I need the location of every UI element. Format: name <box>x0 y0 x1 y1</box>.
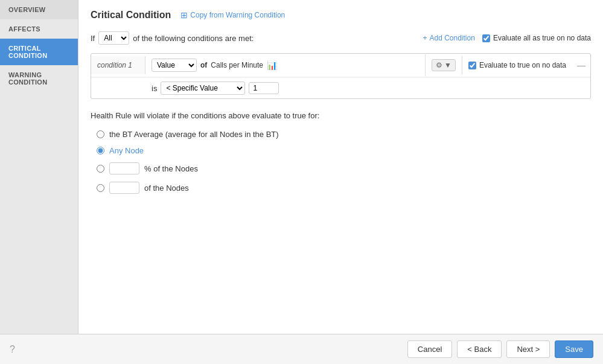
chart-icon: 📊 <box>267 60 277 70</box>
health-rule-section: Health Rule will violate if the conditio… <box>91 111 591 194</box>
condition-options: ⚙ ▼ <box>425 54 462 76</box>
evaluate-true-cell: Evaluate to true on no data <box>462 56 572 74</box>
help-icon[interactable]: ? <box>10 344 15 355</box>
condition-bar: If All Any of the following conditions a… <box>91 31 591 45</box>
pct-nodes-input[interactable] <box>109 162 139 174</box>
page-title: Critical Condition <box>91 10 171 21</box>
condition-sub-row: is < Specific Value > Specific Value = S… <box>91 77 590 98</box>
comparator-select[interactable]: < Specific Value > Specific Value = Spec… <box>161 81 245 95</box>
radio-any-node: Any Node <box>97 146 591 155</box>
add-condition-button[interactable]: + Add Condition <box>423 34 474 42</box>
sidebar-item-warning-condition[interactable]: WARNING CONDITION <box>0 65 78 92</box>
radio-group: the BT Average (average for all Nodes in… <box>97 130 591 194</box>
back-button[interactable]: < Back <box>457 340 502 358</box>
radio-bt-average-label: the BT Average (average for all Nodes in… <box>109 130 279 139</box>
all-select[interactable]: All Any <box>98 31 129 45</box>
condition-type-select[interactable]: Value Average Sum <box>152 59 197 72</box>
sidebar-item-overview[interactable]: OVERVIEW <box>0 0 78 19</box>
add-icon: + <box>423 34 427 42</box>
sidebar-item-critical-condition[interactable]: CRITICAL CONDITION <box>0 39 78 65</box>
evaluate-true-text: Evaluate to true on no data <box>479 61 566 69</box>
footer: ? Cancel < Back Next > Save <box>0 334 603 364</box>
copy-link-label: Copy from Warning Condition <box>190 11 285 19</box>
condition-main: Value Average Sum of Calls per Minute 📊 <box>145 54 425 77</box>
radio-bt-average: the BT Average (average for all Nodes in… <box>97 130 591 139</box>
evaluate-all-label: Evaluate all as true on no data <box>482 34 591 42</box>
condition-label: condition 1 <box>91 56 145 74</box>
radio-any-node-label: Any Node <box>109 146 144 155</box>
condition-row-1: condition 1 Value Average Sum of Calls p… <box>91 54 590 98</box>
evaluate-true-label: Evaluate to true on no data <box>468 61 566 69</box>
evaluate-all-checkbox[interactable] <box>482 34 490 42</box>
copy-from-link[interactable]: ⊞ Copy from Warning Condition <box>180 10 285 20</box>
gear-button[interactable]: ⚙ ▼ <box>432 59 456 71</box>
health-rule-desc: Health Rule will violate if the conditio… <box>91 111 591 120</box>
condition-right: + Add Condition Evaluate all as true on … <box>423 34 591 42</box>
is-label: is <box>152 84 157 93</box>
evaluate-all-text: Evaluate all as true on no data <box>493 34 591 42</box>
of-conditions-label: of the following conditions are met: <box>133 34 254 43</box>
if-label: If <box>91 34 95 43</box>
radio-bt-average-input[interactable] <box>97 130 104 138</box>
cancel-button[interactable]: Cancel <box>407 340 452 358</box>
condition-value-input[interactable] <box>249 82 279 94</box>
sidebar: OVERVIEWAFFECTSCRITICAL CONDITIONWARNING… <box>0 0 78 334</box>
main-content: Critical Condition ⊞ Copy from Warning C… <box>78 0 603 334</box>
radio-pct-nodes-label: % of the Nodes <box>144 164 198 173</box>
of-text: of <box>200 61 207 69</box>
page-header: Critical Condition ⊞ Copy from Warning C… <box>91 10 591 21</box>
copy-icon: ⊞ <box>180 10 188 20</box>
radio-pct-nodes: % of the Nodes <box>97 162 591 174</box>
next-button[interactable]: Next > <box>506 340 550 358</box>
radio-any-node-input[interactable] <box>97 147 104 155</box>
radio-num-nodes: of the Nodes <box>97 182 591 194</box>
num-nodes-input[interactable] <box>109 182 139 194</box>
add-condition-label: Add Condition <box>429 34 474 42</box>
conditions-table: condition 1 Value Average Sum of Calls p… <box>91 53 591 99</box>
remove-condition-button[interactable]: — <box>572 60 590 70</box>
save-button[interactable]: Save <box>555 340 593 358</box>
radio-num-nodes-input[interactable] <box>97 184 104 192</box>
metric-name: Calls per Minute <box>211 61 263 69</box>
radio-pct-nodes-input[interactable] <box>97 165 104 173</box>
sidebar-item-affects[interactable]: AFFECTS <box>0 19 78 39</box>
radio-num-nodes-label: of the Nodes <box>144 184 189 193</box>
condition-left: If All Any of the following conditions a… <box>91 31 254 45</box>
evaluate-true-checkbox[interactable] <box>468 62 476 69</box>
